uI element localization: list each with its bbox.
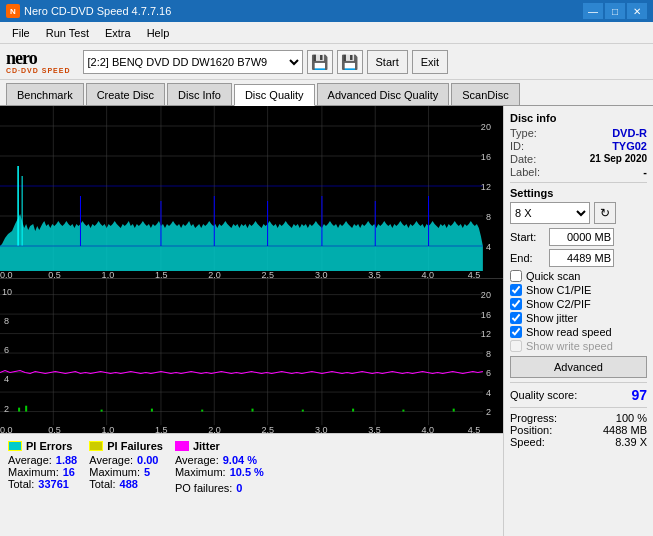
svg-text:10: 10: [2, 287, 12, 297]
start-mb-label: Start:: [510, 231, 545, 243]
pi-errors-avg-row: Average: 1.88: [8, 454, 77, 466]
menu-extra[interactable]: Extra: [97, 25, 139, 41]
jitter-avg-value: 9.04 %: [223, 454, 257, 466]
titlebar: N Nero CD-DVD Speed 4.7.7.16 — □ ✕: [0, 0, 653, 22]
show-jitter-label: Show jitter: [526, 312, 577, 324]
start-mb-row: Start:: [510, 228, 647, 246]
show-c1-checkbox[interactable]: [510, 284, 522, 296]
pi-failures-total-label: Total:: [89, 478, 115, 490]
nero-text: nero: [6, 49, 37, 67]
show-read-speed-checkbox[interactable]: [510, 326, 522, 338]
po-failures-label: PO failures:: [175, 482, 232, 494]
menu-file[interactable]: File: [4, 25, 38, 41]
speed-row: 8 X ↻: [510, 202, 647, 224]
progress-value: 100 %: [616, 412, 647, 424]
menu-help[interactable]: Help: [139, 25, 178, 41]
svg-text:6: 6: [4, 345, 9, 355]
svg-text:6: 6: [486, 369, 491, 379]
show-c2-checkbox[interactable]: [510, 298, 522, 310]
disc-date-label: Date:: [510, 153, 536, 165]
tabs: Benchmark Create Disc Disc Info Disc Qua…: [0, 80, 653, 106]
settings-title: Settings: [510, 187, 647, 199]
checkboxes-section: Quick scan Show C1/PIE Show C2/PIF Show …: [510, 270, 647, 352]
pi-failures-avg-label: Average:: [89, 454, 133, 466]
tab-scandisc[interactable]: ScanDisc: [451, 83, 519, 105]
quick-scan-label: Quick scan: [526, 270, 580, 282]
exit-button[interactable]: Exit: [412, 50, 448, 74]
tab-advanced-disc-quality[interactable]: Advanced Disc Quality: [317, 83, 450, 105]
svg-rect-67: [101, 410, 103, 412]
tab-create-disc[interactable]: Create Disc: [86, 83, 165, 105]
pi-failures-avg-row: Average: 0.00: [89, 454, 163, 466]
end-mb-input[interactable]: [549, 249, 614, 267]
svg-text:0.0: 0.0: [0, 270, 13, 278]
speed-row: Speed: 8.39 X: [510, 436, 647, 448]
quality-row: Quality score: 97: [510, 387, 647, 403]
pi-errors-label: PI Errors: [26, 440, 72, 452]
minimize-button[interactable]: —: [583, 3, 603, 19]
svg-text:2: 2: [486, 408, 491, 418]
progress-section: Progress: 100 % Position: 4488 MB Speed:…: [510, 412, 647, 448]
svg-text:20: 20: [481, 122, 491, 132]
pi-errors-max-row: Maximum: 16: [8, 466, 77, 478]
pi-errors-total-label: Total:: [8, 478, 34, 490]
menu-run-test[interactable]: Run Test: [38, 25, 97, 41]
disc-type-row: Type: DVD-R: [510, 127, 647, 139]
position-row: Position: 4488 MB: [510, 424, 647, 436]
svg-text:4.5: 4.5: [468, 270, 481, 278]
speed-value: 8.39 X: [615, 436, 647, 448]
tab-disc-quality[interactable]: Disc Quality: [234, 84, 315, 106]
tab-benchmark[interactable]: Benchmark: [6, 83, 84, 105]
advanced-button[interactable]: Advanced: [510, 356, 647, 378]
jitter-color: [175, 441, 189, 451]
pi-failures-chart: 20 16 12 8 6 4 2 10 8 6 4 2: [0, 279, 503, 433]
pi-failures-avg-value: 0.00: [137, 454, 158, 466]
svg-text:20: 20: [481, 291, 491, 301]
charts-stats-area: 20 16 12 8 4 0.0: [0, 106, 503, 536]
svg-text:4.5: 4.5: [468, 425, 481, 433]
svg-text:2.5: 2.5: [262, 425, 275, 433]
speed-select[interactable]: 8 X: [510, 202, 590, 224]
end-mb-row: End:: [510, 249, 647, 267]
pi-errors-legend: PI Errors: [8, 440, 77, 452]
tab-disc-info[interactable]: Disc Info: [167, 83, 232, 105]
eject-button[interactable]: 💾: [307, 50, 333, 74]
titlebar-left: N Nero CD-DVD Speed 4.7.7.16: [6, 4, 171, 18]
show-c2-row: Show C2/PIF: [510, 298, 647, 310]
start-button[interactable]: Start: [367, 50, 408, 74]
drive-select[interactable]: [2:2] BENQ DVD DD DW1620 B7W9: [83, 50, 303, 74]
show-jitter-row: Show jitter: [510, 312, 647, 324]
quick-scan-checkbox[interactable]: [510, 270, 522, 282]
jitter-stats: Jitter Average: 9.04 % Maximum: 10.5 % P…: [175, 440, 264, 494]
svg-text:4.0: 4.0: [422, 270, 435, 278]
show-c2-label: Show C2/PIF: [526, 298, 591, 310]
disc-date-row: Date: 21 Sep 2020: [510, 153, 647, 165]
start-mb-input[interactable]: [549, 228, 614, 246]
svg-text:4: 4: [486, 388, 491, 398]
svg-text:2.0: 2.0: [208, 270, 221, 278]
maximize-button[interactable]: □: [605, 3, 625, 19]
svg-text:0.5: 0.5: [48, 270, 61, 278]
end-mb-label: End:: [510, 252, 545, 264]
progress-label: Progress:: [510, 412, 557, 424]
pi-failures-max-value: 5: [144, 466, 150, 478]
nero-logo: nero CD·DVD SPEED: [6, 49, 71, 74]
pi-failures-color: [89, 441, 103, 451]
menubar: File Run Test Extra Help: [0, 22, 653, 44]
chart-bottom: 20 16 12 8 6 4 2 10 8 6 4 2: [0, 278, 503, 433]
svg-rect-70: [252, 409, 254, 412]
quality-value: 97: [631, 387, 647, 403]
speed-label: Speed:: [510, 436, 545, 448]
pi-failures-stats: PI Failures Average: 0.00 Maximum: 5 Tot…: [89, 440, 163, 490]
pi-errors-avg-value: 1.88: [56, 454, 77, 466]
close-button[interactable]: ✕: [627, 3, 647, 19]
speed-refresh-button[interactable]: ↻: [594, 202, 616, 224]
save-button[interactable]: 💾: [337, 50, 363, 74]
show-jitter-checkbox[interactable]: [510, 312, 522, 324]
pi-errors-total-value: 33761: [38, 478, 69, 490]
disc-date-value: 21 Sep 2020: [590, 153, 647, 165]
disc-type-value: DVD-R: [612, 127, 647, 139]
svg-rect-69: [201, 410, 203, 412]
svg-text:0.0: 0.0: [0, 425, 13, 433]
position-value: 4488 MB: [603, 424, 647, 436]
